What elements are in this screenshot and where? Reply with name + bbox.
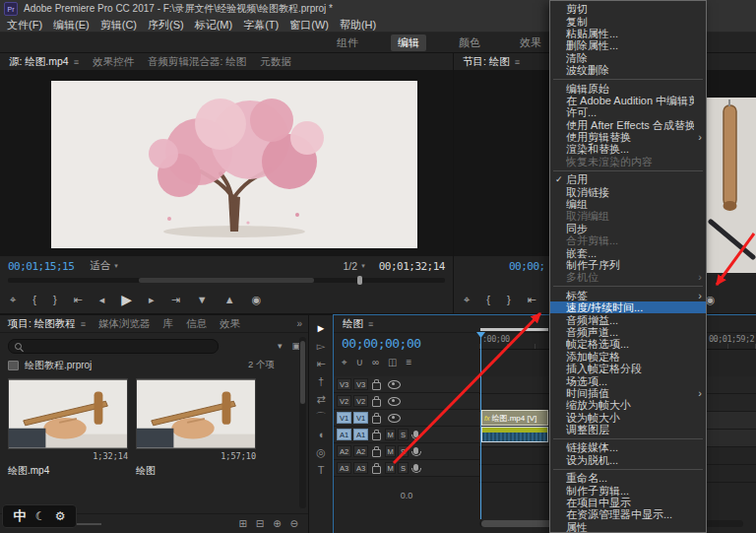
mic-icon[interactable] <box>413 431 418 437</box>
panel-tab[interactable]: 媒体浏览器 <box>98 317 151 331</box>
context-menu-item[interactable]: 取消链接 <box>550 185 706 197</box>
playback-resolution-dropdown[interactable]: 1/2 ▾ <box>344 260 365 272</box>
context-menu-item[interactable]: 场选项... <box>550 374 706 386</box>
scrub-playhead-handle[interactable] <box>357 276 362 285</box>
transport-icon[interactable]: ▸ <box>149 295 155 305</box>
tool-icon[interactable]: ⇄ <box>316 394 325 405</box>
lock-icon[interactable] <box>372 433 381 440</box>
context-menu-item[interactable]: 波纹删除 <box>550 64 706 76</box>
panel-tab[interactable]: 效果 <box>220 317 240 331</box>
menu-bar-item[interactable]: 字幕(T) <box>243 18 279 33</box>
lock-icon[interactable] <box>372 399 381 407</box>
panel-menu-icon[interactable] <box>74 57 79 67</box>
source-scrubber[interactable] <box>8 278 445 283</box>
timeline-toolbar-icon[interactable]: ◫ <box>388 357 397 368</box>
context-menu-item[interactable]: 剪切 <box>550 3 706 15</box>
transport-icon[interactable]: } <box>53 295 57 305</box>
source-patch-button[interactable]: V1 <box>337 412 351 424</box>
tool-icon[interactable]: ◎ <box>316 447 326 458</box>
lock-icon[interactable] <box>372 416 381 424</box>
solo-button[interactable]: S <box>398 462 409 474</box>
context-menu-item[interactable]: 编组 <box>550 198 706 210</box>
context-menu-item[interactable]: 在 Adobe Audition 中编辑剪辑 <box>550 95 706 106</box>
panel-menu-icon[interactable] <box>81 319 86 329</box>
tools-icon[interactable]: ⚙ <box>55 509 66 523</box>
track-output-eye-icon[interactable] <box>388 380 401 389</box>
menu-bar-item[interactable]: 序列(S) <box>148 18 184 33</box>
menu-bar-item[interactable]: 文件(F) <box>7 18 42 33</box>
zoom-level-dropdown[interactable]: 适合 ▾ <box>90 259 118 273</box>
project-item-card[interactable]: 1;57;10 绘图 <box>136 378 256 478</box>
context-menu-item[interactable]: 音频声道... <box>550 326 706 338</box>
lock-icon[interactable] <box>372 466 381 474</box>
panel-menu-icon[interactable] <box>515 57 520 67</box>
clip-thumbnail[interactable] <box>136 378 256 449</box>
context-menu-item[interactable]: 在项目中显示 <box>550 497 706 508</box>
context-menu-item[interactable]: 编辑原始 <box>550 82 706 94</box>
context-menu-item[interactable]: 添加帧定格 <box>550 351 706 363</box>
solo-button[interactable]: S <box>398 429 409 440</box>
track-target-button[interactable]: V2 <box>353 395 368 407</box>
context-menu-item[interactable]: 设为脱机... <box>550 454 706 466</box>
context-menu-item[interactable]: 调整图层 <box>550 424 706 435</box>
transport-icon[interactable]: ⇤ <box>74 295 83 305</box>
context-menu-item[interactable]: 多机位 <box>550 271 706 283</box>
panel-tab[interactable]: 绘图 <box>343 317 373 331</box>
track-target-button[interactable]: A1 <box>353 429 368 440</box>
panel-menu-icon[interactable] <box>368 319 373 329</box>
context-menu-item[interactable]: 取消编组 <box>550 210 706 222</box>
project-action-icon[interactable]: ⊖ <box>290 518 298 529</box>
transport-icon[interactable]: ⌖ <box>464 295 470 305</box>
context-menu-item[interactable]: 插入帧定格分段 <box>550 363 706 374</box>
source-patch-button[interactable]: V3 <box>337 378 351 390</box>
context-menu-item[interactable]: 启用 <box>550 173 706 185</box>
panel-tab[interactable]: 节目: 绘图 <box>463 55 520 69</box>
context-menu-item[interactable]: 缩放为帧大小 <box>550 399 706 411</box>
menu-bar-item[interactable]: 编辑(E) <box>53 18 90 33</box>
track-target-button[interactable]: A2 <box>353 445 368 457</box>
context-menu-item[interactable]: 链接媒体... <box>550 441 706 453</box>
context-menu-item[interactable]: 合并剪辑... <box>550 234 706 246</box>
context-menu-item[interactable]: 制作子序列 <box>550 259 706 271</box>
track-target-button[interactable]: V3 <box>353 378 368 390</box>
context-menu-item[interactable]: 复制 <box>550 15 706 27</box>
panel-tab[interactable]: 库 <box>163 317 174 331</box>
audio-clip[interactable] <box>481 427 548 442</box>
clip-name[interactable]: 绘图.mp4 <box>8 464 128 478</box>
project-item-card[interactable]: 1;32;14 绘图.mp4 <box>8 378 128 478</box>
timeline-toolbar-icon[interactable]: ∞ <box>372 357 379 368</box>
project-action-icon[interactable]: ⊕ <box>273 518 281 529</box>
timeline-toolbar-icon[interactable]: ⌖ <box>342 357 347 368</box>
scrub-zoom-range[interactable] <box>139 278 314 283</box>
workspace-tab[interactable]: 编辑 <box>391 34 426 51</box>
mic-icon[interactable] <box>413 464 418 471</box>
track-output-eye-icon[interactable] <box>388 397 401 406</box>
mute-button[interactable]: M <box>385 445 396 457</box>
tool-icon[interactable]: ◖ <box>318 430 325 440</box>
track-output-eye-icon[interactable] <box>388 414 401 423</box>
project-action-icon[interactable]: ⊞ <box>238 518 246 529</box>
panel-tab[interactable]: 音频剪辑混合器: 绘图 <box>148 55 246 69</box>
workspace-tab[interactable]: 颜色 <box>452 34 487 51</box>
workspace-tab[interactable]: 组件 <box>330 34 365 51</box>
context-menu-item[interactable]: 恢复未渲染的内容 <box>550 156 706 167</box>
context-menu-item[interactable]: 设为帧大小 <box>550 412 706 424</box>
track-target-button[interactable]: V1 <box>353 412 368 424</box>
transport-icon[interactable]: ◂ <box>99 295 105 305</box>
transport-icon[interactable]: } <box>507 295 511 305</box>
panel-tab[interactable]: 项目: 绘图教程 <box>8 317 86 331</box>
context-menu-item[interactable]: 删除属性... <box>550 39 706 51</box>
workspace-tab[interactable]: 效果 <box>513 34 548 51</box>
context-menu-item[interactable]: 同步 <box>550 223 706 234</box>
work-area-bar[interactable] <box>480 328 548 331</box>
solo-button[interactable]: S <box>398 445 409 457</box>
context-menu-item[interactable]: 渲染和替换... <box>550 143 706 155</box>
timeline-toolbar-icon[interactable]: ∪ <box>356 357 363 368</box>
source-patch-button[interactable]: A3 <box>337 462 351 474</box>
master-gain-value[interactable]: 0.0 <box>334 491 479 500</box>
lock-icon[interactable] <box>372 449 381 457</box>
moon-icon[interactable]: ☾ <box>35 509 46 523</box>
source-patch-button[interactable]: A1 <box>337 429 351 440</box>
menu-bar-item[interactable]: 标记(M) <box>195 18 233 33</box>
transport-icon[interactable]: ◉ <box>706 295 716 305</box>
